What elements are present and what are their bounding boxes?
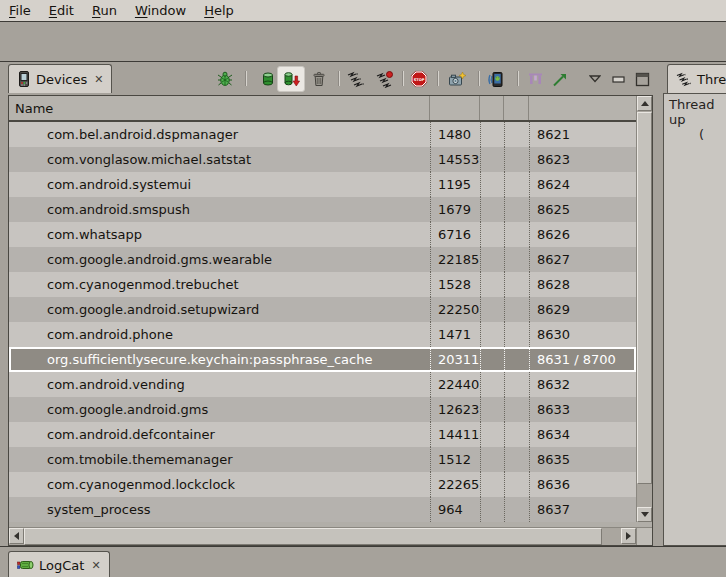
process-row[interactable]: com.vonglasow.michael.satstat 14553 8623 bbox=[9, 147, 636, 172]
update-threads-icon bbox=[347, 71, 365, 88]
cell-empty bbox=[480, 222, 504, 247]
process-port: 8626 bbox=[529, 222, 636, 247]
process-row[interactable]: com.cyanogenmod.trebuchet 1528 8628 bbox=[9, 272, 636, 297]
right-arrow-icon bbox=[626, 532, 631, 540]
close-icon[interactable]: ✕ bbox=[91, 559, 100, 572]
close-icon[interactable]: ✕ bbox=[94, 73, 103, 86]
process-row[interactable]: com.google.android.gms 12623 8633 bbox=[9, 397, 636, 422]
update-threads-button[interactable] bbox=[345, 67, 367, 91]
process-pid: 22250 bbox=[430, 297, 480, 322]
tab-threads[interactable]: Threa bbox=[667, 64, 726, 93]
toolbar-separator bbox=[517, 71, 519, 86]
cell-empty bbox=[504, 372, 529, 397]
device-screen-button[interactable] bbox=[484, 67, 506, 91]
process-pid: 14553 bbox=[430, 147, 480, 172]
process-port: 8628 bbox=[529, 272, 636, 297]
column-header-pid[interactable] bbox=[430, 96, 480, 120]
horizontal-scroll-thumb[interactable] bbox=[24, 528, 602, 545]
left-arrow-icon bbox=[14, 532, 19, 540]
cell-empty bbox=[504, 297, 529, 322]
update-heap-button[interactable] bbox=[257, 67, 279, 91]
logcat-icon bbox=[17, 557, 34, 573]
scroll-track[interactable] bbox=[637, 485, 652, 507]
process-row[interactable]: org.sufficientlysecure.keychain:passphra… bbox=[9, 347, 636, 372]
devices-view: Devices ✕ bbox=[0, 63, 659, 546]
phone-icon bbox=[17, 71, 31, 87]
process-pid: 1195 bbox=[430, 172, 480, 197]
vertical-scrollbar[interactable] bbox=[636, 96, 652, 522]
method-profiling-icon bbox=[376, 71, 394, 88]
cell-empty bbox=[480, 422, 504, 447]
dump-hprof-icon bbox=[283, 71, 300, 87]
down-arrow-icon bbox=[641, 512, 649, 517]
process-row[interactable]: com.android.phone 1471 8630 bbox=[9, 322, 636, 347]
ddms-window: File Edit Run Window Help bbox=[0, 0, 726, 577]
column-header-name[interactable]: Name bbox=[9, 96, 430, 120]
process-pid: 1679 bbox=[430, 197, 480, 222]
scroll-down-button[interactable] bbox=[637, 507, 652, 522]
cause-gc-button[interactable] bbox=[308, 67, 330, 91]
systrace-button[interactable] bbox=[524, 67, 546, 91]
stop-process-button[interactable]: STOP bbox=[408, 67, 430, 91]
scroll-up-button[interactable] bbox=[637, 96, 652, 111]
column-header-port[interactable] bbox=[529, 96, 636, 120]
cell-empty bbox=[480, 197, 504, 222]
process-name: com.bel.android.dspmanager bbox=[9, 122, 430, 147]
process-row[interactable]: com.google.android.gms.wearable 22185 86… bbox=[9, 247, 636, 272]
process-name: com.google.android.gms bbox=[9, 397, 430, 422]
tab-logcat-label: LogCat bbox=[39, 558, 84, 573]
devices-tabrow: Devices ✕ bbox=[0, 63, 659, 93]
process-row[interactable]: com.android.systemui 1195 8624 bbox=[9, 172, 636, 197]
dump-hprof-button[interactable] bbox=[277, 66, 305, 92]
scroll-right-button[interactable] bbox=[621, 528, 636, 544]
cell-empty bbox=[480, 447, 504, 472]
process-row[interactable]: com.android.vending 22440 8632 bbox=[9, 372, 636, 397]
menu-item-window[interactable]: Window bbox=[135, 3, 194, 18]
debug-process-button[interactable] bbox=[214, 67, 236, 91]
scrollbar-corner bbox=[636, 527, 652, 545]
cell-empty bbox=[480, 322, 504, 347]
threads-tabrow: Threa bbox=[663, 63, 726, 93]
threads-message-line2: ( bbox=[669, 127, 726, 142]
minimize-button[interactable] bbox=[607, 67, 629, 91]
cell-empty bbox=[504, 197, 529, 222]
start-method-profiling-button[interactable] bbox=[374, 67, 396, 91]
menu-item-edit[interactable]: Edit bbox=[49, 3, 82, 18]
menu-item-help[interactable]: Help bbox=[204, 3, 242, 18]
horizontal-scrollbar[interactable] bbox=[9, 527, 636, 545]
process-row[interactable]: com.android.smspush 1679 8625 bbox=[9, 197, 636, 222]
screen-capture-button[interactable] bbox=[446, 67, 468, 91]
process-name: com.vonglasow.michael.satstat bbox=[9, 147, 430, 172]
process-row[interactable]: com.cyanogenmod.lockclock 22265 8636 bbox=[9, 472, 636, 497]
camera-icon bbox=[448, 71, 466, 88]
debug-bug-icon bbox=[217, 71, 233, 87]
cell-empty bbox=[504, 222, 529, 247]
view-menu-button[interactable] bbox=[584, 67, 606, 91]
process-row[interactable]: com.tmobile.thememanager 1512 8635 bbox=[9, 447, 636, 472]
process-row[interactable]: com.whatsapp 6716 8626 bbox=[9, 222, 636, 247]
column-header-3[interactable] bbox=[480, 96, 504, 120]
cell-empty bbox=[480, 272, 504, 297]
column-header-4[interactable] bbox=[504, 96, 529, 120]
process-row[interactable]: system_process 964 8637 bbox=[9, 497, 636, 522]
menu-item-file[interactable]: File bbox=[9, 3, 39, 18]
process-row[interactable]: com.google.android.setupwizard 22250 862… bbox=[9, 297, 636, 322]
scroll-track[interactable] bbox=[602, 528, 621, 545]
vertical-scroll-thumb[interactable] bbox=[637, 112, 652, 484]
tab-threads-label: Threa bbox=[697, 72, 726, 87]
tab-logcat[interactable]: LogCat ✕ bbox=[8, 551, 110, 577]
process-row[interactable]: com.android.defcontainer 14411 8634 bbox=[9, 422, 636, 447]
tracing-arrow-icon bbox=[551, 71, 569, 88]
maximize-icon bbox=[635, 72, 650, 87]
tab-devices[interactable]: Devices ✕ bbox=[8, 64, 112, 93]
scroll-left-button[interactable] bbox=[9, 528, 24, 544]
cell-empty bbox=[504, 422, 529, 447]
process-row[interactable]: com.bel.android.dspmanager 1480 8621 bbox=[9, 122, 636, 147]
cell-empty bbox=[504, 349, 529, 370]
cell-empty bbox=[504, 397, 529, 422]
maximize-button[interactable] bbox=[631, 67, 653, 91]
menu-item-run[interactable]: Run bbox=[92, 3, 125, 18]
process-pid: 1512 bbox=[430, 447, 480, 472]
cell-empty bbox=[504, 447, 529, 472]
start-tracing-button[interactable] bbox=[549, 67, 571, 91]
